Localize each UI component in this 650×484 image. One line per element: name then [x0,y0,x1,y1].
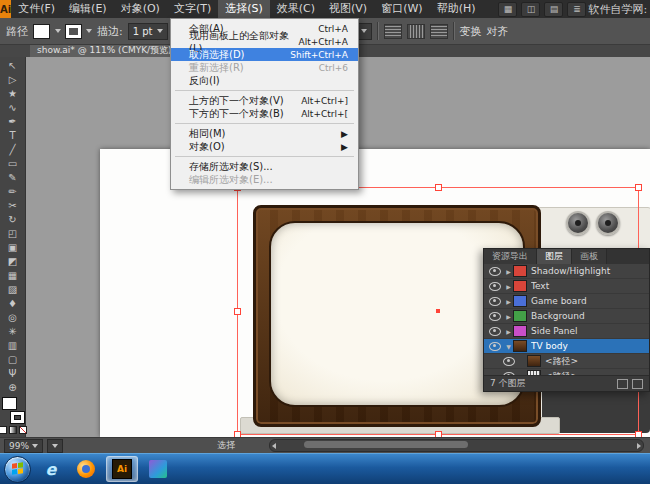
lasso-tool[interactable]: ∿ [2,101,24,115]
illustrator-taskbar-icon[interactable]: Ai [106,456,138,482]
stroke-swatch[interactable] [11,412,24,423]
scissors-tool[interactable]: ✂ [2,199,24,213]
hand-tool[interactable]: Ψ [2,367,24,381]
menu-item-inverse[interactable]: 反向(I) [171,74,358,87]
menu-object[interactable]: 对象(O) [114,0,167,18]
free-transform-tool[interactable]: ▣ [2,241,24,255]
zoom-tool[interactable]: ⊕ [2,381,24,395]
paintbrush-tool[interactable]: ✎ [2,171,24,185]
zoom-level-field[interactable]: 99% [4,439,43,453]
magic-wand-tool[interactable]: ★ [2,87,24,101]
menu-item-same[interactable]: 相同(M) ▶ [171,127,358,140]
blend-tool[interactable]: ◎ [2,311,24,325]
align-center-icon[interactable] [407,24,425,39]
mesh-tool[interactable]: ▦ [2,269,24,283]
layer-row[interactable]: ▶ Side Panel [484,324,649,339]
artboard-tool[interactable]: ▢ [2,353,24,367]
selection-handle[interactable] [234,308,241,315]
layer-row[interactable]: ▶ Background [484,309,649,324]
menu-help[interactable]: 帮助(H) [430,0,483,18]
document-grid-icon[interactable]: ◫ [521,2,540,17]
none-button[interactable] [19,426,27,434]
direct-selection-tool[interactable]: ▷ [2,73,24,87]
menu-item-object[interactable]: 对象(O) ▶ [171,140,358,153]
stroke-color-swatch[interactable] [66,25,81,38]
rectangle-tool[interactable]: ▭ [2,157,24,171]
menu-item-save-selection[interactable]: 存储所选对象(S)... [171,160,358,173]
pencil-tool[interactable]: ✏ [2,185,24,199]
line-segment-tool[interactable]: ╱ [2,143,24,157]
scale-tool[interactable]: ◰ [2,227,24,241]
menu-item-all-on-artboard[interactable]: 现用画板上的全部对象(L) Alt+Ctrl+A [171,35,358,48]
selection-handle[interactable] [435,184,442,191]
layer-row-child[interactable]: <路径> [484,354,649,369]
scroll-left-icon[interactable] [272,443,276,449]
gradient-button[interactable] [9,426,17,434]
stroke-weight-field[interactable]: 1 pt [128,23,168,40]
rotate-tool[interactable]: ↻ [2,213,24,227]
menu-edit[interactable]: 编辑(E) [62,0,114,18]
selection-tool[interactable]: ↖ [2,59,24,73]
menu-window[interactable]: 窗口(W) [374,0,429,18]
align-link[interactable]: 对齐 [487,24,509,39]
style-dropdown-icon[interactable] [361,29,367,33]
visibility-eye-icon[interactable] [489,297,501,306]
visibility-eye-icon[interactable] [489,312,501,321]
layer-row[interactable]: ▶ Shadow/Highlight [484,264,649,279]
layer-row[interactable]: ▶ Text [484,279,649,294]
firefox-icon[interactable] [71,457,101,481]
tab-layers[interactable]: 图层 [537,249,572,264]
selection-center-point[interactable] [436,309,440,313]
zoom-dropdown-icon[interactable] [32,444,38,448]
menu-file[interactable]: 文件(F) [11,0,62,18]
artboard-nav-field[interactable] [47,439,63,453]
shape-builder-tool[interactable]: ◩ [2,255,24,269]
menu-list-icon[interactable]: ≣ [567,2,586,17]
illustrator-logo-icon[interactable]: Ai [0,0,11,18]
transform-link[interactable]: 变换 [460,24,482,39]
new-layer-icon[interactable] [617,379,628,389]
eyedropper-tool[interactable]: ♦ [2,297,24,311]
visibility-eye-icon[interactable] [489,267,501,276]
arrange-documents-icon[interactable]: ▦ [498,2,517,17]
layer-row-selected[interactable]: ▼ TV body [484,339,649,354]
menu-effect[interactable]: 效果(C) [270,0,322,18]
menu-select[interactable]: 选择(S) [218,0,270,18]
internet-explorer-icon[interactable]: e [36,457,66,481]
stroke-dropdown-icon[interactable] [86,29,92,33]
visibility-eye-icon[interactable] [489,282,501,291]
column-graph-tool[interactable]: ▥ [2,339,24,353]
scrollbar-thumb[interactable] [304,441,468,448]
scroll-right-icon[interactable] [637,443,641,449]
stroke-weight-dropdown-icon[interactable] [157,29,163,33]
visibility-eye-icon[interactable] [489,342,501,351]
artboard-dropdown-icon[interactable] [52,444,58,448]
color-button[interactable] [0,426,7,434]
visibility-eye-icon[interactable] [489,327,501,336]
delete-layer-icon[interactable] [632,379,643,389]
align-left-icon[interactable] [384,24,402,39]
document-title: show.ai* @ 111% (CMYK/预览) [37,44,172,57]
fill-dropdown-icon[interactable] [55,29,61,33]
symbol-sprayer-tool[interactable]: ✳ [2,325,24,339]
workspace-icon[interactable]: ▤ [544,2,563,17]
layer-row[interactable]: ▶ Game board [484,294,649,309]
pen-tool[interactable]: ✒ [2,115,24,129]
type-tool[interactable]: T [2,129,24,143]
tab-artboards[interactable]: 画板 [572,249,607,264]
start-button[interactable] [4,456,31,483]
horizontal-scrollbar[interactable] [269,439,644,452]
tab-asset-export[interactable]: 资源导出 [484,249,537,264]
fill-swatch[interactable] [2,397,17,410]
menu-view[interactable]: 视图(V) [322,0,374,18]
selection-handle[interactable] [635,184,642,191]
align-right-icon[interactable] [430,24,448,39]
fill-color-swatch[interactable] [33,24,50,39]
gradient-tool[interactable]: ▨ [2,283,24,297]
menu-item-next-object-below[interactable]: 下方的下一个对象(B) Alt+Ctrl+[ [171,107,358,120]
menu-bar: Ai 文件(F) 编辑(E) 对象(O) 文字(T) 选择(S) 效果(C) 视… [0,0,650,18]
menu-type[interactable]: 文字(T) [167,0,218,18]
menu-item-next-object-above[interactable]: 上方的下一个对象(V) Alt+Ctrl+] [171,94,358,107]
visibility-eye-icon[interactable] [503,357,515,366]
media-app-icon[interactable] [143,457,173,481]
